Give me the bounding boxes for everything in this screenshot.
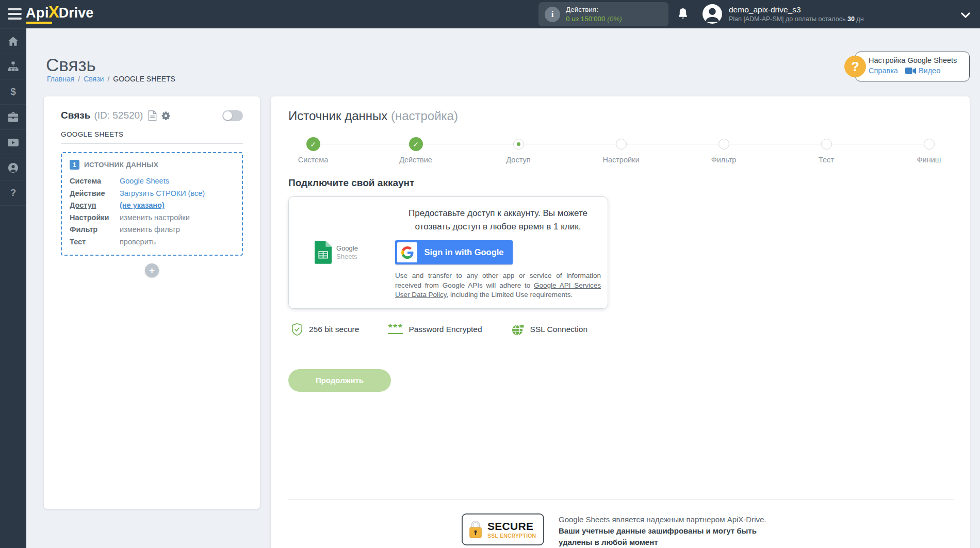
sign-in-with-google-button[interactable]: Sign in with Google: [395, 240, 513, 264]
breadcrumb-home[interactable]: Главная: [47, 75, 74, 83]
password-stars-icon: ***: [388, 324, 403, 334]
padlock-icon: [468, 520, 483, 539]
help-box: ? Настройка Google Sheets Справка Видео: [855, 52, 970, 81]
connections-icon: [8, 61, 19, 72]
data-source-rows: Система Google Sheets Действие Загрузить…: [70, 175, 234, 248]
data-source-title: ИСТОЧНИК ДАННЫХ: [84, 161, 158, 169]
progress-step[interactable]: ✓ Действие: [391, 137, 440, 164]
app-logo[interactable]: ApiXDrive: [26, 4, 93, 24]
table-row: Тест проверить: [70, 236, 234, 248]
progress-step[interactable]: ✓ Система: [288, 137, 338, 164]
logo-underline: [26, 22, 52, 24]
sidebar-item-connections[interactable]: [0, 54, 26, 79]
continue-button[interactable]: Продолжить: [288, 369, 391, 392]
row-label: Система: [70, 175, 120, 188]
row-value[interactable]: проверить: [120, 236, 156, 248]
row-value[interactable]: Google Sheets: [120, 175, 169, 188]
notifications-bell-icon[interactable]: [677, 7, 689, 21]
google-sheets-icon: [315, 241, 332, 264]
help-docs-link[interactable]: Справка: [869, 67, 898, 75]
progress-step[interactable]: Доступ: [494, 137, 543, 164]
table-row: Система Google Sheets: [70, 175, 234, 188]
sidebar-item-help[interactable]: ?: [0, 180, 26, 206]
connection-id: (ID: 52520): [94, 110, 143, 121]
menu-icon[interactable]: [8, 8, 22, 20]
step-label: Доступ: [506, 156, 530, 164]
progress-step[interactable]: Настройки: [596, 137, 646, 164]
step-label: Фильтр: [711, 156, 737, 164]
progress-step[interactable]: Финиш: [904, 137, 954, 164]
document-icon[interactable]: [148, 110, 157, 121]
sidebar-item-services[interactable]: [0, 105, 26, 130]
row-value[interactable]: (не указано): [120, 200, 165, 212]
panel-footer: SECURE SSL ENCRYPTION Google Sheets явля…: [462, 513, 827, 548]
security-badge-256bit: 256 bit secure: [291, 323, 359, 336]
check-icon: ✓: [310, 140, 316, 148]
step-circle: [821, 139, 832, 150]
progress-step[interactable]: Фильтр: [699, 137, 748, 164]
help-icon: ?: [10, 187, 17, 198]
actions-counter[interactable]: i Действия: 0 из 150'000 (0%): [538, 2, 668, 26]
step-circle: ✓: [306, 137, 320, 151]
footer-text: Google Sheets является надежным партнеро…: [559, 514, 827, 548]
secure-ssl-badge: SECURE SSL ENCRYPTION: [462, 513, 544, 545]
sidebar-item-home[interactable]: [0, 28, 26, 54]
table-row: Действие Загрузить СТРОКИ (все): [70, 188, 234, 200]
breadcrumb: Главная/Связи/GOOGLE SHEETS: [47, 75, 175, 83]
row-label: Фильтр: [70, 224, 120, 236]
check-icon: ✓: [413, 140, 419, 148]
progress-step[interactable]: Тест: [802, 137, 851, 164]
security-badge-password: *** Password Encrypted: [388, 324, 482, 334]
logo-x: X: [48, 3, 59, 21]
row-value[interactable]: изменить настройки: [120, 212, 190, 224]
google-g-icon: [397, 242, 417, 262]
step-circle: [924, 139, 935, 150]
breadcrumb-current: GOOGLE SHEETS: [113, 75, 175, 83]
step-circle: ✓: [409, 137, 423, 151]
briefcase-icon: [8, 112, 19, 122]
help-video-link[interactable]: Видео: [905, 67, 940, 75]
add-step-button[interactable]: +: [145, 263, 159, 277]
table-row: Фильтр изменить фильтр: [70, 224, 234, 236]
divider: [288, 499, 954, 500]
home-icon: [8, 36, 19, 46]
avatar: [703, 4, 722, 24]
main-content: Связь Главная/Связи/GOOGLE SHEETS ? Наст…: [26, 28, 980, 548]
step-label: Тест: [819, 156, 834, 164]
gear-icon[interactable]: [161, 111, 171, 121]
step-label: Настройки: [602, 156, 639, 164]
connect-account-heading: Подключите свой аккаунт: [288, 177, 954, 189]
connection-toggle[interactable]: [222, 110, 243, 121]
sidebar-item-video[interactable]: [0, 130, 26, 155]
step-circle: [718, 139, 729, 150]
question-icon: ?: [844, 56, 866, 77]
help-title: Настройка Google Sheets: [869, 56, 964, 64]
step-number-badge: 1: [70, 160, 79, 170]
dollar-icon: $: [10, 86, 16, 97]
table-row: Доступ (не указано): [70, 200, 234, 212]
user-menu[interactable]: demo_apix-drive_s3 Plan |ADM-AP-SM| до о…: [703, 4, 864, 24]
connection-system-name: GOOGLE SHEETS: [61, 130, 243, 144]
username: demo_apix-drive_s3: [729, 6, 864, 14]
chevron-down-icon[interactable]: [960, 11, 972, 18]
row-value[interactable]: Загрузить СТРОКИ (все): [120, 188, 205, 200]
user-plan: Plan |ADM-AP-SM| до оплаты осталось 30 д…: [729, 16, 864, 23]
row-value[interactable]: изменить фильтр: [120, 224, 180, 236]
step-circle: [616, 139, 627, 150]
actions-count: 0 из 150'000 (0%): [566, 15, 622, 23]
step-label: Система: [298, 156, 328, 164]
step-label: Финиш: [917, 156, 941, 164]
breadcrumb-section[interactable]: Связи: [84, 75, 104, 83]
sidebar-item-payments[interactable]: $: [0, 79, 26, 105]
data-source-box[interactable]: 1 ИСТОЧНИК ДАННЫХ Система Google Sheets …: [61, 152, 243, 256]
page-title: Связь: [46, 55, 96, 75]
row-label: Доступ: [70, 200, 120, 212]
row-label: Настройки: [70, 212, 120, 224]
step-label: Действие: [399, 156, 432, 164]
google-auth-card: Google Sheets Предоставьте доступ к акка…: [288, 196, 608, 309]
panel-title: Источник данных (настройка): [288, 109, 954, 123]
table-row: Настройки изменить настройки: [70, 212, 234, 224]
sidebar-item-account[interactable]: [0, 155, 26, 180]
logo-text-2: Drive: [59, 5, 94, 21]
connection-title: Связь: [61, 110, 90, 121]
